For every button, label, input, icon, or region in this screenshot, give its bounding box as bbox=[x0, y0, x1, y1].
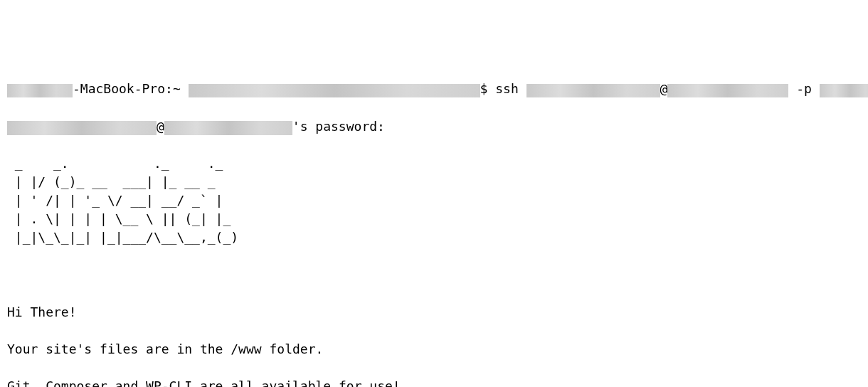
motd-hi: Hi There! bbox=[7, 303, 861, 322]
password-prompt-line: @'s password: bbox=[7, 117, 861, 136]
redacted-ssh-user bbox=[526, 84, 660, 98]
redacted-local-user bbox=[7, 84, 73, 98]
motd-tools: Git, Composer and WP-CLI are all availab… bbox=[7, 377, 861, 387]
redacted-ssh-port bbox=[820, 84, 868, 98]
ssh-port-flag: -p bbox=[788, 81, 819, 96]
redacted-remote-user bbox=[7, 121, 157, 135]
at-symbol-2: @ bbox=[157, 119, 164, 134]
password-prompt-text[interactable]: 's password: bbox=[292, 119, 385, 134]
motd-files: Your site's files are in the /www folder… bbox=[7, 340, 861, 359]
at-symbol: @ bbox=[660, 81, 668, 96]
ssh-command-prefix[interactable]: $ ssh bbox=[480, 81, 526, 96]
redacted-ssh-host bbox=[667, 84, 788, 98]
local-host-suffix: -MacBook-Pro:~ bbox=[73, 81, 189, 96]
redacted-remote-host bbox=[164, 121, 292, 135]
local-prompt-line: -MacBook-Pro:~ $ ssh @ -p bbox=[7, 80, 861, 98]
blank-line-1 bbox=[7, 265, 861, 284]
redacted-local-path bbox=[189, 84, 480, 98]
kinsta-ascii-art: _ _. ._ ._ | |/ (_)_ __ ___| |_ __ _ | '… bbox=[7, 154, 861, 247]
